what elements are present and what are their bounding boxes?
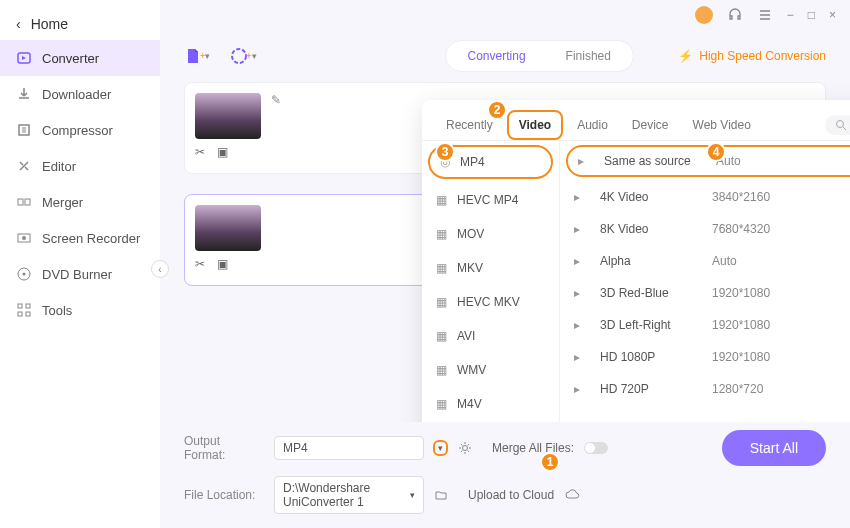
sidebar-item-editor[interactable]: Editor <box>0 148 160 184</box>
recorder-icon <box>16 230 32 246</box>
film-icon: ▦ <box>436 295 447 309</box>
tab-finished[interactable]: Finished <box>546 43 631 69</box>
minimize-button[interactable]: − <box>787 8 794 22</box>
sidebar-collapse-icon[interactable]: ‹ <box>151 260 169 278</box>
output-format-dropdown-icon[interactable]: ▾ <box>433 440 448 456</box>
film-icon: ▦ <box>436 363 447 377</box>
crop-icon[interactable]: ▣ <box>217 145 228 159</box>
format-tab-audio[interactable]: Audio <box>567 110 618 140</box>
headset-icon[interactable] <box>727 7 743 23</box>
format-hevc-mp4[interactable]: ▦HEVC MP4 <box>422 183 559 217</box>
preset-8k[interactable]: ▸8K Video7680*4320✎ <box>560 213 850 245</box>
chevron-down-icon: ▾ <box>410 490 415 500</box>
format-hevc-mkv[interactable]: ▦HEVC MKV <box>422 285 559 319</box>
format-avi[interactable]: ▦AVI <box>422 319 559 353</box>
trim-icon[interactable]: ✂ <box>195 145 205 159</box>
format-tab-web-video[interactable]: Web Video <box>683 110 761 140</box>
film-icon: ▦ <box>436 261 447 275</box>
format-mkv[interactable]: ▦MKV <box>422 251 559 285</box>
sidebar-item-dvd-burner[interactable]: DVD Burner <box>0 256 160 292</box>
status-tabs: Converting Finished <box>445 40 634 72</box>
callout-badge-3: 3 <box>435 142 455 162</box>
converter-icon <box>16 50 32 66</box>
titlebar: − □ × <box>160 0 850 30</box>
downloader-icon <box>16 86 32 102</box>
video-thumbnail[interactable] <box>195 205 261 251</box>
preset-hd-1080p[interactable]: ▸HD 1080P1920*1080✎ <box>560 341 850 373</box>
format-m4v[interactable]: ▦M4V <box>422 387 559 421</box>
merge-toggle[interactable] <box>584 442 608 454</box>
format-panel: Recently Video Audio Device Web Video Se… <box>422 100 850 454</box>
dvd-icon <box>16 266 32 282</box>
preset-list[interactable]: ▸Same as sourceAuto✎ ▸4K Video3840*2160✎… <box>560 141 850 454</box>
edit-title-icon[interactable]: ✎ <box>271 93 281 107</box>
format-list[interactable]: ◎MP4 ▦HEVC MP4 ▦MOV ▦MKV ▦HEVC MKV ▦AVI … <box>422 141 560 454</box>
sidebar-item-label: DVD Burner <box>42 267 112 282</box>
preset-4k[interactable]: ▸4K Video3840*2160✎ <box>560 181 850 213</box>
menu-icon[interactable] <box>757 7 773 23</box>
sidebar-item-downloader[interactable]: Downloader <box>0 76 160 112</box>
gear-icon[interactable] <box>458 441 472 455</box>
maximize-button[interactable]: □ <box>808 8 815 22</box>
svg-rect-3 <box>25 199 30 205</box>
play-box-icon: ▸ <box>574 350 588 364</box>
sidebar-item-label: Merger <box>42 195 83 210</box>
output-format-select[interactable]: MP4 <box>274 436 424 460</box>
high-speed-conversion[interactable]: ⚡ High Speed Conversion <box>678 49 826 63</box>
sidebar-item-label: Converter <box>42 51 99 66</box>
search-icon <box>835 119 847 131</box>
sidebar-item-tools[interactable]: Tools <box>0 292 160 328</box>
sidebar: ‹ Home Converter Downloader Compressor E… <box>0 0 160 528</box>
preset-3d-red-blue[interactable]: ▸3D Red-Blue1920*1080✎ <box>560 277 850 309</box>
sidebar-title: Home <box>31 16 68 32</box>
format-tab-device[interactable]: Device <box>622 110 679 140</box>
close-button[interactable]: × <box>829 8 836 22</box>
sidebar-item-merger[interactable]: Merger <box>0 184 160 220</box>
preset-3d-left-right[interactable]: ▸3D Left-Right1920*1080✎ <box>560 309 850 341</box>
sidebar-item-label: Editor <box>42 159 76 174</box>
thumb-actions: ✂ ▣ <box>195 145 261 159</box>
merge-label: Merge All Files: <box>492 441 574 455</box>
add-link-icon[interactable]: +▾ <box>230 47 256 65</box>
sidebar-item-label: Screen Recorder <box>42 231 140 246</box>
sidebar-item-screen-recorder[interactable]: Screen Recorder <box>0 220 160 256</box>
sidebar-item-compressor[interactable]: Compressor <box>0 112 160 148</box>
preset-hd-720p[interactable]: ▸HD 720P1280*720✎ <box>560 373 850 405</box>
thumb-col: ✂ ▣ <box>195 205 261 271</box>
high-speed-label: High Speed Conversion <box>699 49 826 63</box>
sidebar-item-label: Downloader <box>42 87 111 102</box>
tab-converting[interactable]: Converting <box>448 43 546 69</box>
trim-icon[interactable]: ✂ <box>195 257 205 271</box>
editor-icon <box>16 158 32 174</box>
file-location-row: File Location: D:\Wondershare UniConvert… <box>184 476 826 514</box>
svg-rect-11 <box>26 312 30 316</box>
file-location-select[interactable]: D:\Wondershare UniConverter 1▾ <box>274 476 424 514</box>
cloud-icon[interactable] <box>564 488 580 502</box>
user-avatar-icon[interactable] <box>695 6 713 24</box>
folder-icon[interactable] <box>434 488 448 502</box>
start-all-button[interactable]: Start All <box>722 430 826 466</box>
format-tab-video[interactable]: Video <box>507 110 563 140</box>
format-search[interactable]: Search <box>825 115 850 135</box>
play-box-icon: ▸ <box>574 222 588 236</box>
add-file-icon[interactable]: +▾ <box>184 47 210 65</box>
film-icon: ▦ <box>436 329 447 343</box>
lightning-icon: ⚡ <box>678 49 693 63</box>
format-wmv[interactable]: ▦WMV <box>422 353 559 387</box>
film-icon: ▦ <box>436 227 447 241</box>
output-format-label: Output Format: <box>184 434 264 462</box>
play-box-icon: ▸ <box>574 286 588 300</box>
video-thumbnail[interactable] <box>195 93 261 139</box>
play-box-icon: ▸ <box>574 318 588 332</box>
main-area: − □ × +▾ +▾ Converting Finished ⚡ High S… <box>160 0 850 528</box>
format-body: ◎MP4 ▦HEVC MP4 ▦MOV ▦MKV ▦HEVC MKV ▦AVI … <box>422 141 850 454</box>
svg-point-14 <box>463 446 468 451</box>
upload-cloud-label: Upload to Cloud <box>468 488 554 502</box>
svg-point-13 <box>837 121 844 128</box>
file-location-label: File Location: <box>184 488 264 502</box>
sidebar-item-converter[interactable]: Converter <box>0 40 160 76</box>
preset-alpha[interactable]: ▸AlphaAuto✎ <box>560 245 850 277</box>
format-mov[interactable]: ▦MOV <box>422 217 559 251</box>
crop-icon[interactable]: ▣ <box>217 257 228 271</box>
back-icon[interactable]: ‹ <box>16 16 21 32</box>
